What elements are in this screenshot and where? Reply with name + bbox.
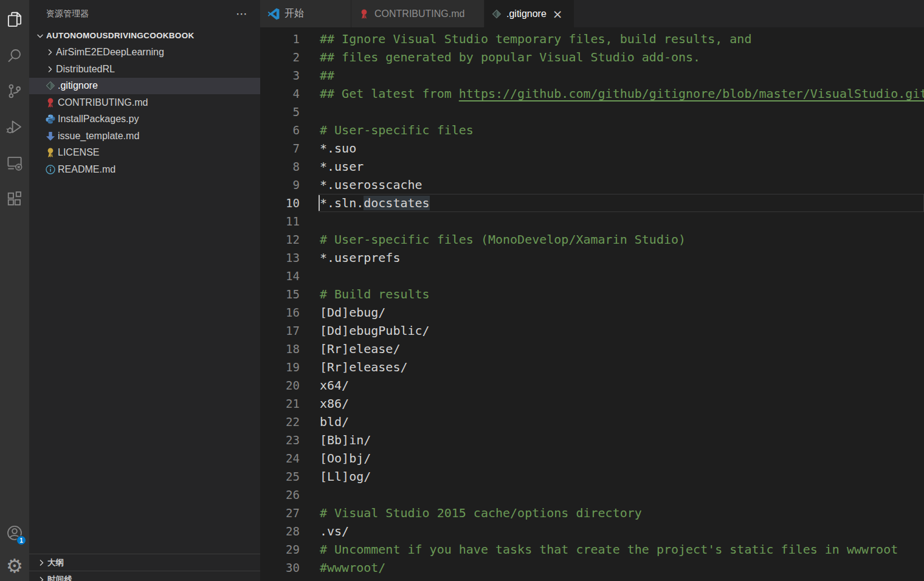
activity-remote-explorer[interactable] (0, 145, 29, 180)
code-line[interactable]: 18[Rr]elease/ (260, 340, 924, 358)
code-text: [Oo]bj/ (320, 451, 371, 466)
code-line[interactable]: 21x86/ (260, 394, 924, 413)
code-link[interactable]: https://github.com/github/gitignore/blob… (459, 86, 924, 101)
line-content (319, 267, 924, 285)
ribbon-icon (359, 9, 370, 19)
code-editor[interactable]: 1## Ignore Visual Studio temporary files… (260, 27, 924, 581)
code-line[interactable]: 17[Dd]ebugPublic/ (260, 321, 924, 340)
tree-item-contributing-md[interactable]: CONTRIBUTING.md (29, 94, 260, 111)
code-text: ## Ignore Visual Studio temporary files,… (320, 32, 751, 46)
line-content: # Uncomment if you have tasks that creat… (319, 540, 924, 559)
code-line[interactable]: 29# Uncomment if you have tasks that cre… (260, 540, 924, 559)
code-line[interactable]: 1## Ignore Visual Studio temporary files… (260, 30, 924, 48)
activity-source-control[interactable] (0, 73, 29, 109)
tree-item-readme-md[interactable]: README.md (29, 161, 260, 178)
tab-get-started[interactable]: 开始 (260, 0, 351, 27)
tree-item-airsime2edeeplearning[interactable]: AirSimE2EDeepLearning (29, 44, 260, 61)
line-content (319, 486, 924, 504)
panel-label: 时间线 (47, 574, 72, 581)
code-line[interactable]: 28.vs/ (260, 522, 924, 540)
text-cursor (319, 195, 320, 211)
code-line[interactable]: 27# Visual Studio 2015 cache/options dir… (260, 504, 924, 522)
activity-run-debug[interactable] (0, 109, 29, 145)
tree-item-label: .gitignore (58, 80, 98, 91)
line-content: *.suo (319, 139, 924, 157)
tree-item-autonomousdrivingcookbook[interactable]: AUTONOMOUSDRIVINGCOOKBOOK (29, 27, 260, 44)
code-line[interactable]: 14 (260, 267, 924, 285)
code-line[interactable]: 20x64/ (260, 376, 924, 394)
git-diamond-icon (45, 80, 56, 91)
line-content: # Build results (319, 285, 924, 303)
code-text: [Ll]og/ (320, 469, 371, 484)
panel-timeline[interactable]: 时间线 (29, 571, 260, 581)
line-number: 28 (260, 522, 300, 540)
code-line[interactable]: 22bld/ (260, 413, 924, 431)
chevron-right-icon (45, 64, 55, 74)
code-line[interactable]: 8*.user (260, 157, 924, 176)
line-content: *.sln.docstates (319, 194, 924, 212)
code-text: [Dd]ebugPublic/ (320, 323, 430, 338)
tree-item-installpackages-py[interactable]: InstallPackages.py (29, 111, 260, 128)
code-line[interactable]: 31 (260, 577, 924, 581)
code-line[interactable]: 16[Dd]ebug/ (260, 303, 924, 321)
code-text: # Uncomment if you have tasks that creat… (320, 542, 898, 557)
activity-account[interactable]: 1 (0, 515, 29, 551)
info-icon (45, 164, 56, 175)
code-text: ## files generated by popular Visual Stu… (320, 50, 700, 64)
code-line[interactable]: 30#wwwroot/ (260, 559, 924, 577)
panel-outline[interactable]: 大纲 (29, 554, 260, 571)
line-number: 12 (260, 230, 300, 249)
tree-item-gitignore[interactable]: .gitignore (29, 78, 260, 95)
code-line[interactable]: 3## (260, 66, 924, 84)
code-line[interactable]: 26 (260, 486, 924, 504)
tab-gitignore[interactable]: .gitignore × (484, 0, 574, 27)
line-number: 27 (260, 504, 300, 522)
line-content: # User-specific files (319, 121, 924, 139)
code-line[interactable]: 23[Bb]in/ (260, 431, 924, 449)
code-line[interactable]: 9*.userosscache (260, 176, 924, 194)
line-content: [Dd]ebugPublic/ (319, 321, 924, 340)
activity-search[interactable] (0, 37, 29, 73)
line-number: 6 (260, 121, 300, 139)
line-number: 29 (260, 540, 300, 559)
code-text: [Dd]ebug/ (320, 305, 385, 320)
line-content: ## files generated by popular Visual Stu… (319, 48, 924, 66)
line-number: 20 (260, 376, 300, 394)
vscode-window: 1⚙ 资源管理器 ⋯ AUTONOMOUSDRIVINGCOOKBOOKAirS… (0, 0, 924, 581)
code-line[interactable]: 2## files generated by popular Visual St… (260, 48, 924, 66)
activity-explorer[interactable] (0, 1, 29, 37)
close-icon[interactable]: × (553, 8, 563, 20)
code-line[interactable]: 11 (260, 212, 924, 230)
ribbon-red-icon (45, 97, 56, 108)
code-line[interactable]: 15# Build results (260, 285, 924, 303)
line-content: #wwwroot/ (319, 559, 924, 577)
code-text: # User-specific files (320, 123, 474, 137)
code-line[interactable]: 19[Rr]eleases/ (260, 358, 924, 376)
activity-settings[interactable]: ⚙ (0, 551, 29, 581)
code-text: x64/ (320, 378, 349, 393)
code-line[interactable]: 12# User-specific files (MonoDevelop/Xam… (260, 230, 924, 249)
code-text: .vs/ (320, 524, 349, 538)
line-content: bld/ (319, 413, 924, 431)
code-line[interactable]: 7*.suo (260, 139, 924, 157)
code-line[interactable]: 10*.sln.docstates (260, 194, 924, 212)
code-text: *.userosscache (320, 177, 422, 192)
code-line[interactable]: 5 (260, 103, 924, 121)
code-line[interactable]: 13*.userprefs (260, 249, 924, 267)
line-content: *.user (319, 157, 924, 176)
line-number: 17 (260, 321, 300, 340)
code-line[interactable]: 4## Get latest from https://github.com/g… (260, 84, 924, 103)
activity-extensions[interactable] (0, 180, 29, 216)
tree-item-license[interactable]: LICENSE (29, 145, 260, 162)
tree-item-distributedrl[interactable]: DistributedRL (29, 61, 260, 78)
tree-item-issue-template-md[interactable]: issue_template.md (29, 128, 260, 145)
code-line[interactable]: 25[Ll]og/ (260, 467, 924, 486)
more-actions-icon[interactable]: ⋯ (236, 8, 248, 19)
tab-contributing-md[interactable]: CONTRIBUTING.md (351, 0, 484, 27)
code-line[interactable]: 6# User-specific files (260, 121, 924, 139)
explorer-sidebar: 资源管理器 ⋯ AUTONOMOUSDRIVINGCOOKBOOKAirSimE… (29, 0, 260, 581)
code-text: #wwwroot/ (320, 560, 385, 575)
code-text: *.user (320, 159, 364, 174)
code-line[interactable]: 24[Oo]bj/ (260, 449, 924, 467)
sidebar-bottom-panels: 大纲 时间线 (29, 554, 260, 581)
